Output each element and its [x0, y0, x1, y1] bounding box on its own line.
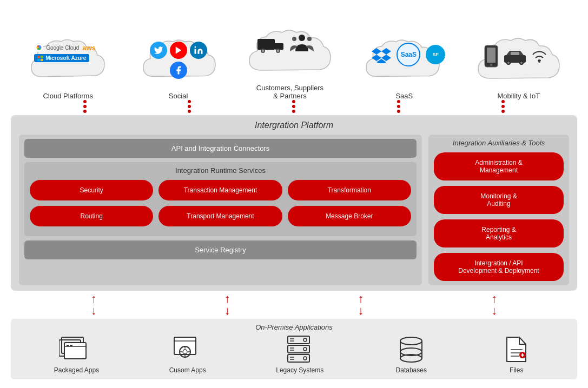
customers-suppliers-item: Customers, Suppliers& Partners: [247, 28, 333, 100]
svg-marker-16: [372, 48, 381, 55]
on-premise-title: On-Premise Applications: [19, 323, 569, 331]
svg-rect-29: [511, 52, 519, 55]
arrow-down-4: ↓: [491, 305, 497, 317]
on-premise-items: Packaged Apps Cusom Apps: [19, 335, 569, 374]
runtime-title: Integration Runtime Services: [30, 166, 411, 175]
legacy-systems-icon: [282, 335, 318, 364]
svg-rect-22: [487, 48, 495, 63]
transport-mgmt-service: Transport Management: [158, 206, 282, 226]
databases-item: Databases: [394, 335, 429, 374]
svg-point-27: [507, 62, 510, 64]
runtime-services-box: Integration Runtime Services Security Tr…: [24, 162, 417, 236]
red-dot: [501, 100, 505, 103]
linkedin-icon: [190, 42, 207, 59]
red-dot: [83, 110, 87, 113]
top-clouds-section: Google Cloud aws Microsoft Azure Cloud P…: [0, 0, 588, 100]
svg-point-23: [490, 64, 492, 66]
svg-point-57: [400, 337, 422, 345]
legacy-systems-label: Legacy Systems: [276, 366, 323, 374]
message-broker-service: Message Broker: [288, 206, 411, 226]
svg-rect-3: [37, 59, 40, 61]
legacy-systems-item: Legacy Systems: [276, 335, 323, 374]
svg-point-56: [303, 357, 307, 360]
dot-spacer-3: [292, 100, 295, 113]
red-dot: [501, 110, 505, 113]
red-dot: [188, 105, 191, 108]
platform-inner: API and Integration Connectors Integrati…: [19, 135, 569, 285]
salesforce-icon: SF: [426, 45, 445, 64]
svg-point-14: [292, 37, 296, 41]
custom-apps-icon: [170, 335, 205, 364]
red-dot: [83, 105, 87, 108]
integration-left: API and Integration Connectors Integrati…: [19, 135, 422, 285]
integration-right: Integration Auxiliaries & Tools Administ…: [428, 135, 569, 285]
api-connectors-bar: API and Integration Connectors: [24, 139, 417, 158]
red-dot: [292, 110, 295, 113]
svg-rect-7: [257, 39, 275, 50]
monitoring-auditing-aux: Monitoring & Auditing: [434, 186, 564, 214]
connector-dots-row: [0, 100, 588, 113]
integration-api-dev-aux: Intergration / API Development & Deploym…: [434, 253, 564, 281]
red-dot: [83, 100, 87, 103]
databases-icon: [394, 335, 429, 364]
social-label: Social: [169, 92, 188, 100]
arrow-up-3: ↑: [358, 293, 364, 305]
transaction-mgmt-service: Transaction Management: [158, 180, 282, 200]
dot-spacer-1: [83, 100, 87, 113]
arrow-row: ↑ ↓ ↑ ↓ ↑ ↓ ↑ ↓: [11, 291, 577, 319]
svg-marker-5: [175, 46, 181, 54]
saas-bubble: SaaS: [397, 43, 420, 66]
svg-rect-45: [288, 336, 309, 344]
svg-rect-36: [70, 345, 72, 346]
svg-rect-53: [288, 354, 309, 362]
svg-point-28: [520, 62, 523, 64]
custom-apps-label: Cusom Apps: [169, 366, 206, 374]
packaged-apps-label: Packaged Apps: [54, 366, 99, 374]
transformation-service: Transformation: [288, 180, 411, 200]
arrow-down-2: ↓: [224, 305, 230, 317]
svg-point-15: [307, 37, 312, 41]
dot-spacer-5: [501, 100, 505, 113]
platform-title: Intergration Platform: [19, 121, 569, 130]
twitter-icon: [150, 42, 167, 59]
arrow-down-3: ↓: [358, 305, 364, 317]
arrow-down-1: ↓: [91, 305, 97, 317]
red-dot: [397, 105, 400, 108]
red-dot: [188, 100, 191, 103]
arrow-up-4: ↑: [491, 293, 497, 305]
red-dot: [397, 100, 400, 103]
custom-apps-item: Cusom Apps: [169, 335, 206, 374]
on-premise-section: On-Premise Applications Packaged Apps: [11, 319, 577, 379]
svg-point-6: [194, 46, 196, 48]
svg-point-13: [299, 35, 305, 41]
svg-point-12: [277, 50, 279, 52]
files-icon: [499, 335, 534, 364]
dot-spacer-4: [397, 100, 400, 113]
red-dot: [292, 105, 295, 108]
svg-point-52: [303, 347, 307, 351]
svg-rect-1: [37, 56, 40, 58]
youtube-icon: [170, 42, 187, 59]
saas-item: SaaS SF SaaS: [364, 36, 445, 100]
platform-container: Intergration Platform API and Integratio…: [11, 115, 577, 291]
security-service: Security: [30, 180, 153, 200]
files-item: Files: [499, 335, 534, 374]
svg-rect-49: [288, 345, 309, 353]
cloud-platforms-item: Google Cloud aws Microsoft Azure Cloud P…: [26, 36, 110, 100]
mobility-iot-label: Mobility & IoT: [497, 92, 540, 100]
svg-rect-2: [41, 56, 43, 58]
service-registry-bar: Service Registry: [24, 240, 417, 259]
services-grid: Security Transaction Management Transfor…: [30, 180, 411, 226]
svg-point-30: [538, 61, 540, 63]
svg-rect-4: [41, 59, 43, 61]
dot-spacer-2: [188, 100, 191, 113]
saas-label: SaaS: [395, 92, 413, 100]
svg-rect-35: [67, 345, 69, 346]
cloud-platforms-label: Cloud Platforms: [43, 92, 93, 100]
admin-mgmt-aux: Administration & Management: [434, 152, 564, 180]
packaged-apps-item: Packaged Apps: [54, 335, 99, 374]
facebook-icon: [170, 62, 187, 79]
red-dot: [292, 100, 295, 103]
red-dot: [501, 105, 505, 108]
red-dot: [188, 110, 191, 113]
